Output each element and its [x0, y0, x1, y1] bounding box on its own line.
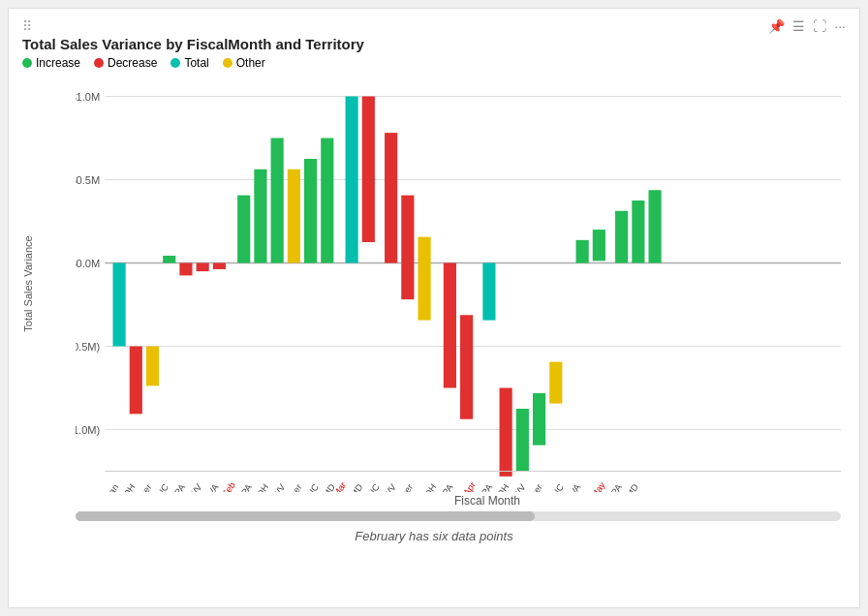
- bar-feb-other: [288, 169, 300, 263]
- bar-pa-inc-may: [632, 200, 644, 263]
- legend-label-total: Total: [184, 56, 208, 70]
- svg-text:MD: MD: [348, 481, 364, 492]
- svg-text:WV: WV: [187, 481, 204, 492]
- svg-text:WV: WV: [511, 481, 528, 492]
- svg-text:NC: NC: [550, 481, 566, 492]
- bar-oh-small-inc: [516, 409, 529, 472]
- svg-text:PA: PA: [172, 481, 188, 492]
- svg-text:PA: PA: [440, 481, 455, 492]
- x-axis-label: Fiscal Month: [76, 494, 868, 508]
- svg-text:OH: OH: [255, 481, 271, 492]
- svg-text:WV: WV: [382, 481, 399, 492]
- legend-dot-other: [223, 58, 232, 68]
- svg-text:OH: OH: [422, 481, 439, 492]
- svg-text:May: May: [589, 479, 607, 492]
- bar-wv-post-mar: [401, 196, 414, 300]
- legend-label-other: Other: [236, 56, 265, 70]
- card-header: ⠿ 📌 ☰ ⛶ ···: [22, 18, 846, 34]
- svg-text:Jan: Jan: [104, 481, 120, 492]
- svg-text:Other: Other: [393, 481, 415, 492]
- bar-jan-other: [146, 347, 159, 386]
- chart-title: Total Sales Variance by FiscalMonth and …: [22, 36, 846, 52]
- bar-jan-total: [112, 263, 125, 347]
- svg-text:Other: Other: [523, 481, 544, 492]
- svg-text:NC: NC: [304, 481, 320, 492]
- svg-text:OH: OH: [495, 481, 512, 492]
- legend-label-decrease: Decrease: [108, 56, 157, 70]
- svg-text:VA: VA: [205, 481, 221, 492]
- bar-feb-md: [321, 139, 333, 263]
- legend-dot-increase: [22, 58, 32, 68]
- bar-other-small: [549, 362, 562, 404]
- y-axis-label: Total Sales Variance: [22, 235, 34, 331]
- svg-text:MD: MD: [624, 481, 640, 492]
- legend-item-other: Other: [223, 56, 265, 70]
- bar-mar-md: [362, 97, 375, 243]
- legend-label-increase: Increase: [36, 56, 80, 70]
- svg-text:PA: PA: [239, 481, 255, 492]
- svg-text:OH: OH: [121, 481, 138, 492]
- card-icons: 📌 ☰ ⛶ ···: [768, 18, 846, 34]
- bar-other-post-mar: [418, 237, 430, 321]
- svg-text:PA: PA: [480, 481, 495, 492]
- svg-text:NC: NC: [365, 481, 381, 492]
- pin-icon[interactable]: 📌: [768, 18, 785, 34]
- svg-text:$1.0M: $1.0M: [76, 91, 100, 103]
- scrollbar-thumb[interactable]: [76, 511, 535, 521]
- svg-text:PA: PA: [608, 481, 624, 492]
- filter-icon[interactable]: ☰: [792, 18, 805, 34]
- bar-feb-wv: [271, 139, 284, 263]
- more-icon[interactable]: ···: [834, 18, 846, 34]
- legend-dot-total: [170, 58, 180, 68]
- legend: Increase Decrease Total Other: [22, 56, 846, 70]
- svg-text:Feb: Feb: [220, 479, 237, 492]
- bar-jan-oh: [130, 347, 142, 415]
- bar-jan-va: [213, 263, 226, 269]
- svg-text:WV: WV: [270, 481, 288, 492]
- legend-item-increase: Increase: [22, 56, 80, 70]
- svg-text:$0.5M: $0.5M: [76, 174, 100, 186]
- bar-va-inc: [593, 230, 605, 261]
- bar-nc-inc: [576, 240, 589, 263]
- bar-md-inc-may: [648, 190, 661, 262]
- chart-area: Total Sales Variance $1.0M $0.5M $0.0M (…: [22, 76, 846, 492]
- scrollbar-area[interactable]: [76, 511, 841, 521]
- bar-apr-pa: [500, 388, 512, 477]
- expand-icon[interactable]: ⛶: [813, 18, 826, 34]
- bar-nc-post-mar: [385, 133, 397, 262]
- svg-text:Apr: Apr: [461, 479, 478, 492]
- legend-item-decrease: Decrease: [94, 56, 157, 70]
- bar-mar-total: [346, 97, 358, 263]
- legend-dot-decrease: [94, 58, 104, 68]
- bar-apr-total: [482, 263, 495, 321]
- bar-jan-wv: [197, 263, 209, 272]
- bar-feb-nc: [304, 159, 317, 263]
- legend-item-total: Total: [170, 56, 208, 70]
- svg-text:NC: NC: [155, 481, 170, 492]
- bar-jan-pa: [179, 263, 192, 276]
- bar-feb-pa: [237, 196, 250, 263]
- chart-inner: $1.0M $0.5M $0.0M ($0.5M) ($1.0M): [76, 76, 841, 492]
- bar-oh-big-dec: [444, 263, 456, 388]
- annotation-text: February has six data points: [22, 529, 846, 543]
- bar-wv-inc: [533, 393, 545, 446]
- chart-card: ⠿ 📌 ☰ ⛶ ··· Total Sales Variance by Fisc…: [8, 8, 860, 608]
- svg-text:Other: Other: [283, 481, 304, 492]
- chart-svg: $1.0M $0.5M $0.0M ($0.5M) ($1.0M): [76, 76, 841, 492]
- svg-text:($1.0M): ($1.0M): [76, 424, 100, 436]
- bar-feb-oh: [254, 169, 266, 263]
- bar-pa-dec: [460, 315, 473, 419]
- svg-text:Other: Other: [133, 481, 154, 492]
- svg-text:$0.0M: $0.0M: [76, 258, 100, 269]
- drag-handle: ⠿: [22, 18, 34, 34]
- svg-text:($0.5M): ($0.5M): [76, 341, 100, 353]
- bar-may-inc: [615, 211, 628, 263]
- bar-jan-nc: [163, 256, 175, 263]
- svg-text:VA: VA: [568, 481, 583, 492]
